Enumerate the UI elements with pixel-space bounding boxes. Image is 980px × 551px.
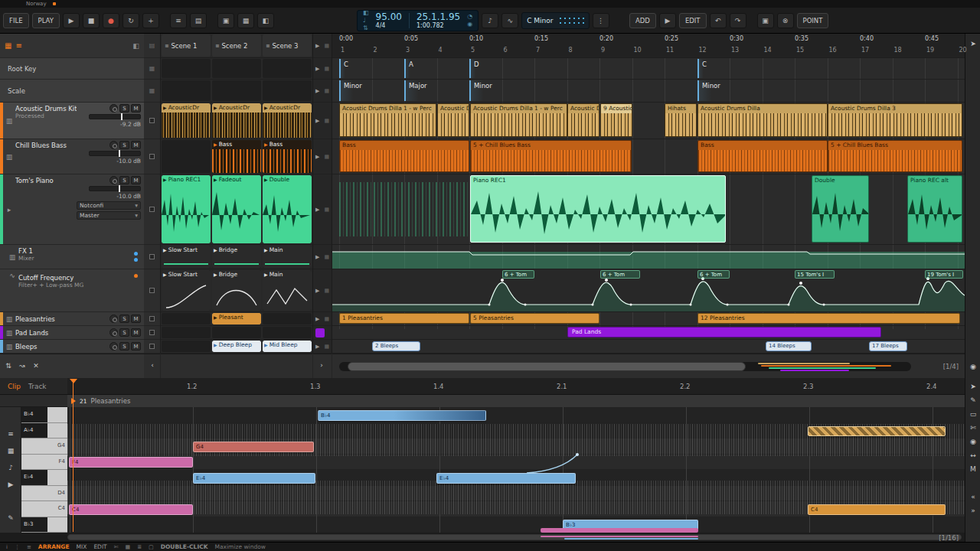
- scale-marker[interactable]: Minor: [339, 80, 362, 101]
- arranger-clip[interactable]: 5 + Chill Blues Bass: [470, 140, 632, 172]
- launcher-scroll-left[interactable]: ‹: [144, 354, 160, 378]
- track-row-bleeps[interactable]: ▥ Bleeps S M: [0, 340, 144, 354]
- scene-play-cell[interactable]: ▶▦: [313, 58, 332, 80]
- stop-cell[interactable]: [144, 174, 160, 245]
- arranger-clip[interactable]: 14 Bleeps: [766, 341, 812, 351]
- clear-icon[interactable]: ✕: [31, 362, 41, 370]
- stop-cell[interactable]: [144, 139, 160, 174]
- groove-settings-icon[interactable]: ⋮: [593, 13, 609, 28]
- volume-slider[interactable]: [89, 151, 141, 156]
- piano-key[interactable]: C4: [21, 501, 67, 517]
- root-key-row[interactable]: Root Key: [0, 58, 144, 80]
- pointer-tool-icon[interactable]: ➤: [965, 383, 980, 390]
- piano-key[interactable]: B♭4: [21, 407, 67, 423]
- key-marker[interactable]: C: [339, 59, 348, 78]
- midi-note[interactable]: C4: [69, 504, 193, 515]
- arm-button[interactable]: [109, 104, 118, 112]
- clip-slot[interactable]: ▶Mid Bleep: [263, 341, 312, 352]
- grid-settings-icon[interactable]: ▦: [0, 447, 21, 455]
- clip-slot[interactable]: ▶Main: [263, 270, 312, 311]
- track-name[interactable]: Chill Blues Bass: [15, 142, 77, 149]
- empty-slot[interactable]: [263, 59, 312, 78]
- arranger-rootkey-row[interactable]: C A D C: [332, 58, 965, 80]
- add-button[interactable]: ADD: [629, 13, 656, 28]
- midi-note[interactable]: B♭4: [318, 410, 486, 421]
- scale-marker[interactable]: Minor: [697, 80, 720, 101]
- transport-display[interactable]: ◧♩⇅ 95.00 4/4 25.1.1.95 1:00.782 ◔◉: [357, 10, 479, 31]
- clip-slot[interactable]: ▶Slow Start: [162, 246, 211, 268]
- automation-clip[interactable]: 15 Tom's I: [795, 270, 835, 279]
- clip-slot[interactable]: ▶Bridge: [212, 246, 261, 268]
- track-row-cutoff[interactable]: ∿ Cutoff Frequency Filter+ + Low-pass MG: [0, 269, 144, 312]
- arranger-clip[interactable]: 2 Bleeps: [372, 341, 420, 351]
- stop-cell[interactable]: [144, 103, 160, 139]
- project-tab[interactable]: Norway: [26, 1, 47, 7]
- follow-icon[interactable]: ↝: [17, 362, 28, 370]
- empty-slot[interactable]: [212, 59, 261, 78]
- marker-flag-icon[interactable]: ▶: [659, 13, 676, 28]
- clip-slot[interactable]: ▶Bass: [263, 140, 312, 173]
- arranger-clip[interactable]: Acoustic Drums Dilla 3: [828, 103, 962, 137]
- mute-button[interactable]: M: [131, 176, 141, 184]
- duplicate-icon[interactable]: ▣: [757, 13, 774, 28]
- clip-slot[interactable]: ▶Double: [263, 175, 312, 243]
- file-button[interactable]: FILE: [3, 13, 29, 28]
- arranger-clip[interactable]: 17 Bleeps: [869, 341, 907, 351]
- arranger-row-fx1[interactable]: [332, 245, 965, 269]
- empty-slot[interactable]: [212, 80, 261, 101]
- scene-play-cell[interactable]: ▶▦: [313, 174, 332, 245]
- volume-thumb[interactable]: [119, 185, 120, 192]
- scene-3[interactable]: ▪Scene 3: [263, 34, 312, 57]
- split-view-icon[interactable]: ▦: [237, 13, 254, 28]
- scene-play-cell[interactable]: ▶▦: [313, 245, 332, 269]
- empty-slot[interactable]: [162, 59, 211, 78]
- arranger-clip[interactable]: Acoustic Drums Dilla 1 - w Perc: [470, 103, 567, 137]
- scale-marker[interactable]: Major: [404, 80, 427, 101]
- scroll-right-icon[interactable]: »: [965, 507, 980, 514]
- rows-icon[interactable]: ≣: [137, 544, 142, 550]
- snip-icon[interactable]: ✄: [114, 544, 119, 550]
- stop-cell[interactable]: [144, 269, 160, 312]
- play-from-icon[interactable]: ▶: [0, 481, 21, 488]
- audio-engine-icon[interactable]: ♪: [482, 13, 498, 28]
- volume-slider[interactable]: [89, 186, 141, 191]
- stop-cell[interactable]: [144, 340, 160, 354]
- loop-icon[interactable]: ↻: [122, 13, 139, 28]
- menu-icon[interactable]: ≡: [27, 544, 31, 550]
- scene-play-cell[interactable]: ▶▦: [313, 103, 332, 139]
- display-profile-icon[interactable]: ▣: [217, 13, 234, 28]
- time-signature[interactable]: 4/4: [376, 22, 402, 29]
- launcher-scroll-right[interactable]: ›: [313, 354, 332, 378]
- arranger-clip[interactable]: 9 Acoustic: [600, 103, 632, 137]
- zoom-tool-icon[interactable]: ◉: [965, 363, 980, 370]
- track-name[interactable]: Acoustic Drums Kit 2: [15, 105, 77, 112]
- zoom-tool-icon[interactable]: ◉: [965, 438, 980, 445]
- timeline-ruler[interactable]: 0:000:050:100:150:200:250:300:350:400:45…: [332, 34, 965, 58]
- knife-tool-icon[interactable]: ✄: [965, 424, 980, 432]
- automation-clip[interactable]: 19 Tom's I: [925, 270, 963, 279]
- arranger-clip[interactable]: Acoustic D: [567, 103, 599, 137]
- play-menu-button[interactable]: PLAY: [32, 13, 60, 28]
- empty-slot[interactable]: [162, 341, 211, 352]
- track-name[interactable]: FX 1: [18, 247, 134, 255]
- output-dropdown[interactable]: Master▾: [77, 211, 141, 220]
- mute-button[interactable]: M: [131, 141, 141, 149]
- arranger-scale-row[interactable]: Minor Major Minor Minor: [332, 80, 965, 103]
- tab-track[interactable]: Track: [28, 383, 47, 390]
- arranger-clip[interactable]: Piano REC alt: [907, 175, 962, 243]
- more-icon[interactable]: ⋮: [15, 544, 20, 550]
- key-marker[interactable]: D: [469, 59, 479, 78]
- scene-2[interactable]: ▪Scene 2: [212, 34, 261, 57]
- empty-slot[interactable]: [162, 80, 211, 101]
- group-expand-icon[interactable]: ▸: [3, 206, 15, 214]
- volume-slider[interactable]: [89, 114, 141, 119]
- empty-slot[interactable]: [212, 327, 261, 338]
- edit-pencil-icon[interactable]: ✎: [0, 514, 21, 522]
- box-icon[interactable]: ▢: [149, 544, 154, 550]
- stop-cell[interactable]: [144, 312, 160, 326]
- tempo-value[interactable]: 95.00: [376, 12, 402, 22]
- tempo-block[interactable]: 95.00 4/4: [376, 12, 402, 29]
- layers-icon[interactable]: ≡: [170, 13, 187, 28]
- track-row-piano[interactable]: ▸ Tom's Piano S M -10.0 dB Notconfi▾ Mas…: [0, 174, 144, 245]
- list-view-icon[interactable]: ≡: [15, 41, 21, 50]
